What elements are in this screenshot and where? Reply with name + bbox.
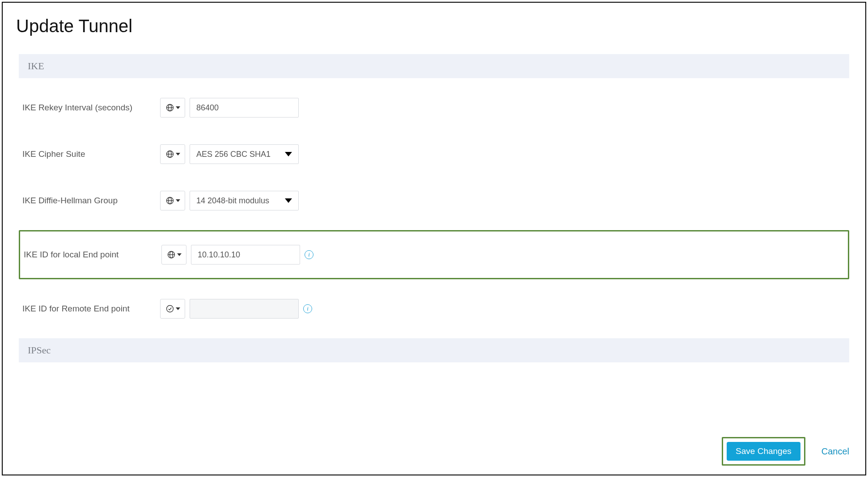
section-header-ike: IKE bbox=[19, 54, 849, 78]
row-ike-rekey-interval: IKE Rekey Interval (seconds) bbox=[19, 91, 849, 125]
row-ike-dh-group: IKE Diffie-Hellman Group 14 2048-bit mod… bbox=[19, 184, 849, 218]
input-group: i bbox=[160, 299, 312, 319]
dialog-frame: Update Tunnel IKE IKE Rekey Interval (se… bbox=[2, 2, 866, 475]
ike-local-id-input[interactable] bbox=[191, 245, 300, 265]
form-content: IKE IKE Rekey Interval (seconds) IKE Cip… bbox=[3, 54, 865, 362]
scope-selector[interactable] bbox=[160, 98, 185, 118]
page-title: Update Tunnel bbox=[3, 3, 865, 54]
dropdown-value: 14 2048-bit modulus bbox=[196, 196, 269, 206]
input-group: AES 256 CBC SHA1 bbox=[160, 144, 299, 164]
info-icon[interactable]: i bbox=[305, 250, 313, 259]
scope-selector[interactable] bbox=[160, 299, 185, 319]
scope-selector[interactable] bbox=[160, 191, 185, 210]
row-ike-cipher-suite: IKE Cipher Suite AES 256 CBC SHA1 bbox=[19, 137, 849, 171]
cancel-link[interactable]: Cancel bbox=[821, 446, 849, 457]
save-button[interactable]: Save Changes bbox=[727, 442, 800, 461]
row-ike-local-id: IKE ID for local End point i bbox=[19, 230, 849, 279]
chevron-down-icon bbox=[285, 152, 292, 156]
label-ike-cipher-suite: IKE Cipher Suite bbox=[22, 149, 160, 159]
chevron-down-icon bbox=[176, 199, 180, 202]
input-group: i bbox=[161, 245, 313, 265]
input-group: 14 2048-bit modulus bbox=[160, 191, 299, 210]
globe-icon bbox=[165, 196, 174, 205]
globe-icon bbox=[165, 150, 174, 159]
scope-selector[interactable] bbox=[161, 245, 186, 265]
chevron-down-icon bbox=[176, 307, 180, 310]
svg-point-12 bbox=[166, 306, 173, 312]
label-ike-dh-group: IKE Diffie-Hellman Group bbox=[22, 196, 160, 206]
input-group bbox=[160, 98, 299, 118]
ike-remote-id-input[interactable] bbox=[190, 299, 299, 319]
globe-icon bbox=[165, 103, 174, 112]
chevron-down-icon bbox=[285, 198, 292, 203]
ike-rekey-interval-input[interactable] bbox=[190, 98, 299, 118]
row-ike-remote-id: IKE ID for Remote End point i bbox=[19, 292, 849, 326]
info-icon[interactable]: i bbox=[303, 304, 312, 313]
save-highlight-box: Save Changes bbox=[722, 437, 805, 466]
chevron-down-icon bbox=[177, 253, 182, 256]
globe-icon bbox=[167, 250, 176, 259]
dialog-footer: Save Changes Cancel bbox=[3, 429, 865, 475]
label-ike-rekey-interval: IKE Rekey Interval (seconds) bbox=[22, 103, 160, 113]
dropdown-value: AES 256 CBC SHA1 bbox=[196, 150, 271, 159]
label-ike-remote-id: IKE ID for Remote End point bbox=[22, 304, 160, 314]
label-ike-local-id: IKE ID for local End point bbox=[24, 250, 161, 260]
ike-cipher-suite-select[interactable]: AES 256 CBC SHA1 bbox=[190, 144, 299, 164]
check-circle-icon bbox=[165, 304, 174, 313]
section-header-ipsec: IPSec bbox=[19, 338, 849, 362]
ike-dh-group-select[interactable]: 14 2048-bit modulus bbox=[190, 191, 299, 210]
chevron-down-icon bbox=[176, 106, 180, 109]
scope-selector[interactable] bbox=[160, 144, 185, 164]
chevron-down-icon bbox=[176, 153, 180, 155]
